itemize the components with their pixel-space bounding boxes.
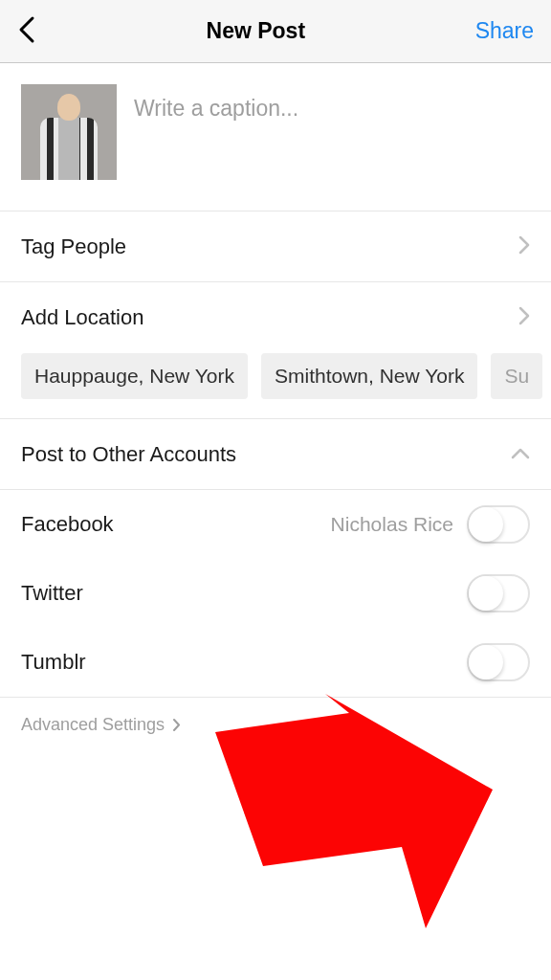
twitter-toggle[interactable] <box>467 574 530 612</box>
add-location-row[interactable]: Add Location <box>0 282 551 353</box>
tag-people-row[interactable]: Tag People <box>0 212 551 282</box>
share-button[interactable]: Share <box>475 18 534 44</box>
twitter-row: Twitter <box>0 559 551 628</box>
page-title: New Post <box>207 18 306 44</box>
tumblr-label: Tumblr <box>21 650 86 675</box>
facebook-row: Facebook Nicholas Rice <box>0 490 551 559</box>
tumblr-row: Tumblr <box>0 628 551 697</box>
facebook-toggle[interactable] <box>467 505 530 544</box>
post-other-accounts-row[interactable]: Post to Other Accounts <box>0 419 551 490</box>
add-location-label: Add Location <box>21 305 143 330</box>
twitter-label: Twitter <box>21 581 83 606</box>
chevron-right-icon <box>518 306 530 329</box>
location-chip[interactable]: Smithtown, New York <box>261 353 477 399</box>
annotation-arrow-icon <box>215 694 493 928</box>
post-thumbnail[interactable] <box>21 84 117 180</box>
chevron-up-icon <box>511 446 530 463</box>
location-chip[interactable]: Su <box>491 353 542 399</box>
caption-input[interactable]: Write a caption... <box>134 84 298 189</box>
accounts-section: Facebook Nicholas Rice Twitter Tumblr <box>0 490 551 698</box>
header: New Post Share <box>0 0 551 63</box>
facebook-label: Facebook <box>21 512 114 537</box>
location-chip[interactable]: Hauppauge, New York <box>21 353 248 399</box>
post-other-accounts-label: Post to Other Accounts <box>21 442 236 467</box>
facebook-username: Nicholas Rice <box>331 513 453 536</box>
chevron-right-icon <box>172 718 181 732</box>
back-button[interactable] <box>17 15 36 48</box>
location-suggestions: Hauppauge, New York Smithtown, New York … <box>0 353 551 419</box>
advanced-settings-label: Advanced Settings <box>21 715 165 735</box>
chevron-right-icon <box>518 235 530 258</box>
caption-area: Write a caption... <box>0 63 551 212</box>
tag-people-label: Tag People <box>21 234 126 259</box>
tumblr-toggle[interactable] <box>467 643 530 681</box>
chevron-left-icon <box>17 15 36 44</box>
svg-marker-0 <box>215 694 493 928</box>
